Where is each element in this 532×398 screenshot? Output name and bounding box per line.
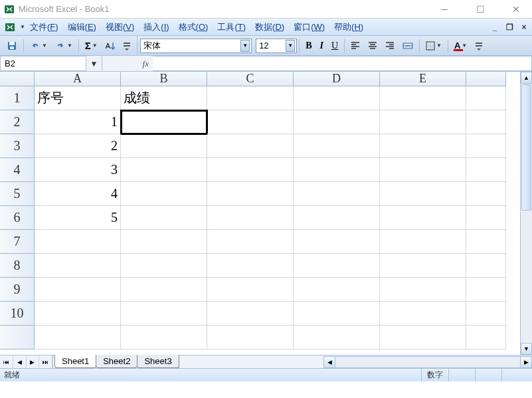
scroll-left-button[interactable]: ◀ bbox=[323, 356, 335, 368]
cell-A9[interactable] bbox=[35, 278, 121, 302]
menu-item-1[interactable]: 编辑(E) bbox=[63, 19, 101, 35]
cell-E5[interactable] bbox=[380, 182, 466, 206]
sheet-tab-sheet1[interactable]: Sheet1 bbox=[54, 355, 96, 368]
cell-D5[interactable] bbox=[294, 182, 380, 206]
scroll-right-button[interactable]: ▶ bbox=[520, 356, 532, 368]
menubar-icon-caret[interactable]: ▼ bbox=[20, 24, 25, 30]
sheet-tab-sheet2[interactable]: Sheet2 bbox=[96, 355, 137, 368]
menu-item-2[interactable]: 视图(V) bbox=[101, 19, 139, 35]
cell-A1[interactable]: 序号 bbox=[35, 86, 121, 110]
menu-item-8[interactable]: 帮助(H) bbox=[329, 19, 368, 35]
cell-A[interactable] bbox=[35, 326, 121, 349]
cell-C[interactable] bbox=[207, 326, 294, 349]
cell-C4[interactable] bbox=[207, 158, 294, 182]
borders-button[interactable]: ▼ bbox=[422, 39, 445, 52]
redo-button[interactable]: ▼ bbox=[52, 39, 76, 53]
autosum-button[interactable]: Σ▼ bbox=[82, 38, 101, 53]
cell-B5[interactable] bbox=[121, 182, 207, 206]
cell-E8[interactable] bbox=[380, 254, 466, 278]
cell-D1[interactable] bbox=[294, 86, 380, 110]
merge-center-button[interactable] bbox=[399, 39, 416, 52]
italic-button[interactable]: I bbox=[316, 39, 326, 53]
cell-E9[interactable] bbox=[380, 278, 466, 302]
cell-B9[interactable] bbox=[121, 278, 207, 302]
cell-E6[interactable] bbox=[380, 206, 466, 230]
cell-A5[interactable]: 4 bbox=[35, 182, 121, 206]
cell-E10[interactable] bbox=[380, 302, 466, 326]
select-all-corner[interactable] bbox=[0, 72, 35, 86]
column-header-E[interactable]: E bbox=[380, 72, 466, 86]
cell-A2[interactable]: 1 bbox=[35, 110, 121, 134]
maximize-button[interactable]: ☐ bbox=[468, 3, 492, 16]
tab-nav-first[interactable]: ⏮ bbox=[0, 355, 13, 368]
cell-B2[interactable] bbox=[121, 110, 207, 134]
align-left-button[interactable] bbox=[347, 39, 363, 52]
cell-B3[interactable] bbox=[121, 134, 207, 158]
menu-item-0[interactable]: 文件(F) bbox=[25, 19, 63, 35]
row-header-10[interactable]: 10 bbox=[0, 302, 35, 326]
menu-item-5[interactable]: 工具(T) bbox=[213, 19, 250, 35]
cell-D10[interactable] bbox=[294, 302, 380, 326]
align-right-button[interactable] bbox=[382, 39, 398, 52]
cell-7[interactable] bbox=[466, 230, 506, 254]
cell-E4[interactable] bbox=[380, 158, 466, 182]
name-box-dropdown[interactable]: ▼ bbox=[86, 56, 102, 71]
mdi-minimize-button[interactable]: _ bbox=[489, 23, 500, 32]
toolbar-options-button[interactable] bbox=[120, 39, 133, 53]
toolbar2-options-button[interactable] bbox=[472, 39, 486, 53]
cell-E3[interactable] bbox=[380, 134, 466, 158]
font-name-dropdown-icon[interactable]: ▼ bbox=[240, 40, 250, 52]
cell-A4[interactable]: 3 bbox=[35, 158, 121, 182]
cell-D8[interactable] bbox=[294, 254, 380, 278]
row-header-[interactable] bbox=[0, 326, 35, 349]
cell-4[interactable] bbox=[466, 158, 506, 182]
cell-3[interactable] bbox=[466, 134, 506, 158]
cell-E7[interactable] bbox=[380, 230, 466, 254]
cell-A7[interactable] bbox=[35, 230, 121, 254]
cell-D6[interactable] bbox=[294, 206, 380, 230]
column-header-C[interactable]: C bbox=[207, 72, 294, 86]
cell-B6[interactable] bbox=[121, 206, 207, 230]
row-header-7[interactable]: 7 bbox=[0, 230, 35, 254]
cell-E2[interactable] bbox=[380, 110, 466, 134]
vscroll-thumb[interactable] bbox=[521, 84, 531, 211]
tab-nav-last[interactable]: ⏭ bbox=[39, 355, 52, 368]
cell-B[interactable] bbox=[121, 326, 207, 349]
row-header-8[interactable]: 8 bbox=[0, 254, 35, 278]
cell-D2[interactable] bbox=[294, 110, 380, 134]
row-header-5[interactable]: 5 bbox=[0, 182, 35, 206]
menu-item-6[interactable]: 数据(D) bbox=[250, 19, 289, 35]
cell-A6[interactable]: 5 bbox=[35, 206, 121, 230]
row-header-4[interactable]: 4 bbox=[0, 158, 35, 182]
cell-C9[interactable] bbox=[207, 278, 294, 302]
cell-A3[interactable]: 2 bbox=[35, 134, 121, 158]
cell-5[interactable] bbox=[466, 182, 506, 206]
undo-button[interactable]: ▼ bbox=[27, 39, 50, 53]
font-size-dropdown-icon[interactable]: ▼ bbox=[286, 40, 295, 52]
cell-D[interactable] bbox=[294, 326, 380, 349]
bold-button[interactable]: B bbox=[302, 39, 315, 53]
align-center-button[interactable] bbox=[365, 39, 381, 52]
menu-item-3[interactable]: 插入(I) bbox=[139, 19, 173, 35]
cell-D3[interactable] bbox=[294, 134, 380, 158]
cell-B8[interactable] bbox=[121, 254, 207, 278]
cell-D4[interactable] bbox=[294, 158, 380, 182]
tab-nav-prev[interactable]: ◀ bbox=[13, 355, 27, 368]
column-header-D[interactable]: D bbox=[294, 72, 380, 86]
cell-9[interactable] bbox=[466, 278, 506, 302]
mdi-close-button[interactable]: × bbox=[519, 23, 529, 32]
fx-label[interactable]: fx bbox=[102, 56, 153, 71]
name-box[interactable]: B2 bbox=[0, 56, 86, 71]
column-header-B[interactable]: B bbox=[121, 72, 207, 86]
cell-B1[interactable]: 成绩 bbox=[121, 86, 207, 110]
cell-D7[interactable] bbox=[294, 230, 380, 254]
tab-nav-next[interactable]: ▶ bbox=[27, 355, 40, 368]
cell-A8[interactable] bbox=[35, 254, 121, 278]
menu-item-4[interactable]: 格式(O) bbox=[174, 19, 213, 35]
row-header-6[interactable]: 6 bbox=[0, 206, 35, 230]
scroll-down-button[interactable]: ▼ bbox=[521, 343, 532, 355]
underline-button[interactable]: U bbox=[328, 39, 341, 53]
cell-C10[interactable] bbox=[207, 302, 294, 326]
cell-C5[interactable] bbox=[207, 182, 294, 206]
sheet-tab-sheet3[interactable]: Sheet3 bbox=[137, 355, 179, 368]
